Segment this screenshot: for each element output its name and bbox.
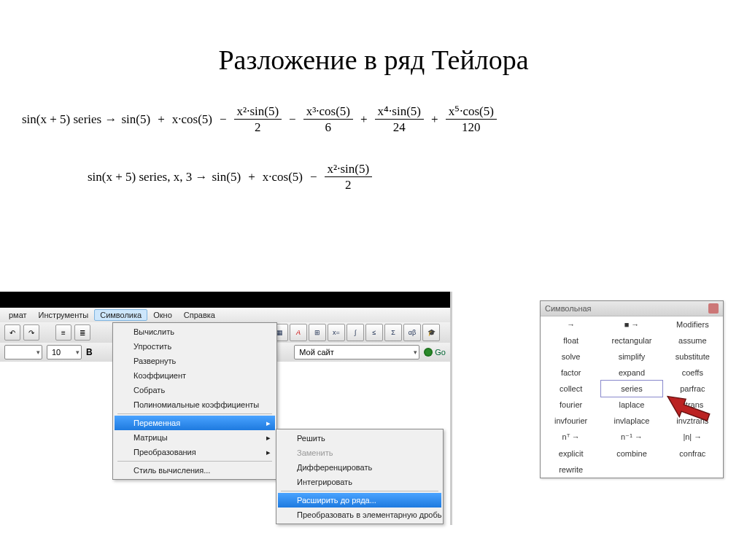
palette-cell[interactable]: nᵀ →	[541, 429, 601, 446]
eq2-frac1: x²·sin(5)2	[325, 163, 373, 191]
palette-cell[interactable]: float	[541, 332, 601, 349]
menuitem-variable[interactable]: Переменная	[115, 416, 275, 430]
alphabeta-icon[interactable]: αβ	[403, 324, 421, 341]
eq2-lhs: sin(x + 5) series, x, 3 →	[88, 170, 207, 184]
menuitem-solve[interactable]: Решить	[278, 431, 441, 446]
menu-window[interactable]: Окно	[147, 309, 178, 321]
palette-cell[interactable]: ■ →	[601, 316, 662, 332]
lessthan-icon[interactable]: ≤	[365, 324, 383, 341]
minus: −	[286, 112, 299, 127]
menuitem-substitute: Заменить	[278, 446, 441, 460]
menu-format[interactable]: рмат	[3, 309, 33, 321]
menu-symbolics[interactable]: Символика	[94, 309, 147, 321]
equation-series-full: sin(x + 5) series → sin(5) + x·cos(5) − …	[0, 105, 747, 133]
eq2-t1: sin(5)	[212, 170, 241, 184]
eq1-frac2: x³·cos(5)6	[303, 105, 353, 133]
sum-icon[interactable]: Σ	[384, 324, 402, 341]
equation-series-truncated: sin(x + 5) series, x, 3 → sin(5) + x·cos…	[0, 163, 747, 191]
minus: −	[217, 112, 230, 127]
palette-cell[interactable]: confrac	[662, 446, 723, 462]
menu-tools[interactable]: Инструменты	[33, 309, 95, 321]
eq1-frac3: x⁴·sin(5)24	[375, 105, 424, 133]
close-icon[interactable]	[708, 303, 719, 314]
eq1-frac1: x²·sin(5)2	[234, 105, 282, 133]
palette-cell	[662, 462, 723, 478]
eq1-t1: sin(5)	[121, 112, 150, 127]
slide-title: Разложение в ряд Тейлора	[0, 44, 747, 76]
eq1-lhs: sin(x + 5) series →	[22, 112, 117, 127]
variable-submenu: Решить Заменить Дифференцировать Интегри…	[276, 429, 444, 524]
minus: −	[307, 170, 320, 184]
xequals-icon[interactable]: x=	[328, 324, 345, 341]
palette-cell[interactable]: laplace	[601, 397, 662, 413]
palette-cell[interactable]: n⁻¹ →	[601, 429, 662, 446]
menu-help[interactable]: Справка	[178, 309, 221, 321]
menuitem-matrices[interactable]: Матрицы	[115, 430, 275, 445]
toolbar-button[interactable]: ↷	[23, 324, 39, 341]
palette-titlebar[interactable]: Символьная	[541, 301, 723, 316]
palette-cell[interactable]: collect	[541, 381, 601, 397]
menubar: рмат Инструменты Символика Окно Справка	[0, 308, 450, 323]
menu-separator	[281, 491, 438, 491]
menuitem-expand-series[interactable]: Расширить до ряда...	[278, 493, 441, 508]
menuitem-evaluate[interactable]: Вычислить	[115, 324, 275, 339]
align-button[interactable]: ≡	[55, 324, 71, 341]
bold-button[interactable]: B	[86, 347, 93, 357]
palette-cell[interactable]: substitute	[662, 349, 723, 365]
palette-cell[interactable]: Modifiers	[662, 316, 723, 332]
palette-cell[interactable]: series	[601, 381, 662, 397]
style-combo[interactable]	[4, 345, 42, 359]
palette-cell[interactable]: simplify	[601, 349, 662, 365]
palette-cell[interactable]: explicit	[541, 446, 601, 462]
menuitem-collect[interactable]: Собрать	[115, 383, 275, 397]
eq1-t2: x·cos(5)	[172, 112, 212, 127]
palette-cell[interactable]: invfourier	[541, 413, 601, 429]
grid-icon[interactable]: ⊞	[309, 324, 326, 341]
eq1-frac4: x⁵·cos(5)120	[446, 105, 497, 133]
graduation-icon[interactable]: 🎓	[422, 324, 440, 341]
align-button[interactable]: ≣	[74, 324, 90, 341]
plus: +	[155, 112, 168, 127]
menuitem-transforms[interactable]: Преобразования	[115, 445, 275, 459]
menuitem-style[interactable]: Стиль вычисления...	[115, 463, 275, 478]
palette-cell[interactable]: combine	[601, 446, 662, 462]
symbolics-menu: Вычислить Упростить Развернуть Коэффицие…	[112, 322, 277, 480]
palette-cell[interactable]: rectangular	[601, 332, 662, 349]
palette-cell[interactable]: invlaplace	[601, 413, 662, 429]
menuitem-integrate[interactable]: Интегрировать	[278, 475, 441, 489]
plus: +	[357, 112, 371, 127]
menuitem-simplify[interactable]: Упростить	[115, 339, 275, 354]
palette-title: Символьная	[545, 304, 592, 313]
palette-cell[interactable]: assume	[662, 332, 723, 349]
palette-cell[interactable]: rewrite	[541, 462, 601, 478]
toolbar-button[interactable]: ↶	[4, 324, 20, 341]
menuitem-polycoeffs[interactable]: Полиномиальные коэффициенты	[115, 397, 275, 412]
menuitem-partial-fraction[interactable]: Преобразовать в элементарную дробь	[278, 508, 441, 522]
integral-icon[interactable]: ∫	[347, 324, 364, 341]
menuitem-differentiate[interactable]: Дифференцировать	[278, 460, 441, 475]
palette-cell[interactable]: expand	[601, 365, 662, 381]
site-combo[interactable]: Мой сайт	[294, 345, 419, 359]
menuitem-expand[interactable]: Развернуть	[115, 354, 275, 368]
evaluate-icon[interactable]: A	[290, 324, 307, 341]
menuitem-coefficient[interactable]: Коэффициент	[115, 368, 275, 383]
palette-cell[interactable]: solve	[541, 349, 601, 365]
palette-cell[interactable]: factor	[541, 365, 601, 381]
palette-cell[interactable]: →	[541, 316, 601, 332]
mathcad-window: рмат Инструменты Символика Окно Справка …	[0, 292, 452, 525]
menu-separator	[117, 461, 272, 462]
go-button[interactable]: Go	[424, 348, 446, 357]
palette-cell	[601, 462, 662, 478]
eq2-t2: x·cos(5)	[263, 170, 303, 184]
menu-separator	[117, 413, 272, 414]
fontsize-combo[interactable]: 10	[47, 345, 82, 359]
palette-cell[interactable]: fourier	[541, 397, 601, 413]
plus: +	[245, 170, 258, 184]
plus: +	[428, 112, 441, 127]
